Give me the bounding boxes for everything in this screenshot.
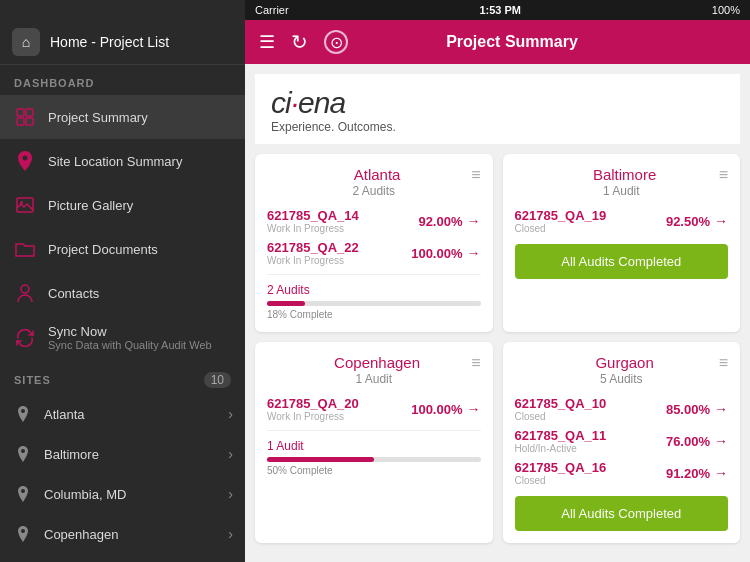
picture-gallery-label: Picture Gallery	[48, 198, 233, 213]
audit-status-qa20: Work In Progress	[267, 411, 359, 422]
site-location-label: Site Location Summary	[48, 154, 233, 169]
audit-id-qa11: 621785_QA_11	[515, 428, 607, 443]
copenhagen-progress: 1 Audit 50% Complete	[267, 430, 481, 476]
status-battery: 100%	[712, 4, 740, 16]
progress-label-copenhagen: 1 Audit	[267, 439, 481, 453]
audit-row-qa16[interactable]: 621785_QA_16 Closed 91.20% →	[515, 460, 729, 486]
home-icon-container: ⌂	[12, 28, 40, 56]
sync-icon	[12, 325, 38, 351]
brand-name-text: ci·ena	[271, 86, 345, 120]
brand-header: ci·ena Experience. Outcomes.	[255, 74, 740, 144]
audit-arrow-qa16: →	[714, 465, 728, 481]
audit-percent-qa22: 100.00%	[411, 246, 462, 261]
audit-id-qa10: 621785_QA_10	[515, 396, 607, 411]
sidebar-item-picture-gallery[interactable]: Picture Gallery	[0, 183, 245, 227]
site-copenhagen-name: Copenhagen	[44, 527, 228, 542]
site-atlanta-content: Atlanta	[44, 407, 228, 422]
site-atlanta-name: Atlanta	[44, 407, 228, 422]
progress-bar-bg-atlanta	[267, 301, 481, 306]
site-item-columbia[interactable]: Columbia, MD ›	[0, 474, 245, 514]
audit-percent-qa16: 91.20%	[666, 466, 710, 481]
card-copenhagen-menu[interactable]: ≡	[471, 354, 480, 372]
card-copenhagen-header: Copenhagen ≡	[267, 354, 481, 372]
card-atlanta-count: 2 Audits	[267, 184, 481, 198]
card-baltimore-header: Baltimore ≡	[515, 166, 729, 184]
card-baltimore: Baltimore ≡ 1 Audit 621785_QA_19 Closed …	[503, 154, 741, 332]
status-bar: Carrier 1:53 PM 100%	[245, 0, 750, 20]
audit-row-qa11[interactable]: 621785_QA_11 Hold/In-Active 76.00% →	[515, 428, 729, 454]
menu-icon[interactable]: ☰	[259, 31, 275, 53]
sidebar-item-project-summary[interactable]: Project Summary	[0, 95, 245, 139]
audit-id-qa19: 621785_QA_19	[515, 208, 607, 223]
audit-percent-qa20: 100.00%	[411, 402, 462, 417]
audit-row-qa10[interactable]: 621785_QA_10 Closed 85.00% →	[515, 396, 729, 422]
audit-arrow-qa20: →	[467, 401, 481, 417]
site-item-gurgaon[interactable]: Gurgaon ›	[0, 554, 245, 562]
header-icons: ☰ ↻ ⊙	[259, 30, 348, 54]
card-gurgaon-count: 5 Audits	[515, 372, 729, 386]
gurgaon-completed-btn[interactable]: All Audits Completed	[515, 496, 729, 531]
sites-label: SITES	[14, 374, 51, 386]
card-atlanta-menu[interactable]: ≡	[471, 166, 480, 184]
svg-point-6	[21, 285, 29, 293]
camera-icon[interactable]: ⊙	[324, 30, 348, 54]
cards-grid: Atlanta ≡ 2 Audits 621785_QA_14 Work In …	[255, 154, 740, 543]
project-documents-label: Project Documents	[48, 242, 233, 257]
svg-rect-1	[26, 109, 33, 116]
folder-icon	[12, 236, 38, 262]
site-item-baltimore[interactable]: Baltimore ›	[0, 434, 245, 474]
app-header: ☰ ↻ ⊙ Project Summary	[245, 20, 750, 64]
sidebar-home[interactable]: ⌂ Home - Project List	[0, 20, 245, 65]
site-atlanta-arrow: ›	[228, 406, 233, 422]
refresh-icon[interactable]: ↻	[291, 30, 308, 54]
audit-status-qa19: Closed	[515, 223, 607, 234]
pin-icon	[12, 148, 38, 174]
audit-id-qa14: 621785_QA_14	[267, 208, 359, 223]
brand-name-container: ci·ena	[271, 86, 396, 120]
card-baltimore-menu[interactable]: ≡	[719, 166, 728, 184]
audit-id-qa22: 621785_QA_22	[267, 240, 359, 255]
sidebar-item-sync[interactable]: Sync Now Sync Data with Quality Audit We…	[0, 315, 245, 360]
content-area: ci·ena Experience. Outcomes. Atlanta ≡ 2…	[245, 64, 750, 562]
audit-id-qa20: 621785_QA_20	[267, 396, 359, 411]
project-summary-label: Project Summary	[48, 110, 233, 125]
atlanta-progress: 2 Audits 18% Complete	[267, 274, 481, 320]
audit-status-qa16: Closed	[515, 475, 607, 486]
site-item-copenhagen[interactable]: Copenhagen ›	[0, 514, 245, 554]
audit-row-qa19[interactable]: 621785_QA_19 Closed 92.50% →	[515, 208, 729, 234]
progress-label-atlanta: 2 Audits	[267, 283, 481, 297]
sidebar-home-title: Home - Project List	[50, 34, 169, 50]
status-time: 1:53 PM	[479, 4, 521, 16]
main-content: Carrier 1:53 PM 100% ☰ ↻ ⊙ Project Summa…	[245, 0, 750, 562]
card-baltimore-count: 1 Audit	[515, 184, 729, 198]
svg-rect-3	[26, 118, 33, 125]
audit-status-qa10: Closed	[515, 411, 607, 422]
sidebar-item-site-location[interactable]: Site Location Summary	[0, 139, 245, 183]
audit-percent-qa14: 92.00%	[418, 214, 462, 229]
progress-bar-fill-atlanta	[267, 301, 305, 306]
page-title: Project Summary	[348, 33, 676, 51]
site-pin-icon-3	[12, 483, 34, 505]
card-atlanta-city: Atlanta	[283, 166, 471, 183]
card-gurgaon-menu[interactable]: ≡	[719, 354, 728, 372]
image-icon	[12, 192, 38, 218]
audit-arrow-qa14: →	[467, 213, 481, 229]
brand-logo: ci·ena Experience. Outcomes.	[271, 86, 396, 134]
card-copenhagen-count: 1 Audit	[267, 372, 481, 386]
audit-row-qa14[interactable]: 621785_QA_14 Work In Progress 92.00% →	[267, 208, 481, 234]
site-columbia-arrow: ›	[228, 486, 233, 502]
audit-id-qa16: 621785_QA_16	[515, 460, 607, 475]
audit-percent-qa11: 76.00%	[666, 434, 710, 449]
audit-row-qa22[interactable]: 621785_QA_22 Work In Progress 100.00% →	[267, 240, 481, 266]
baltimore-completed-btn[interactable]: All Audits Completed	[515, 244, 729, 279]
sidebar-item-project-documents[interactable]: Project Documents	[0, 227, 245, 271]
sidebar-item-contacts[interactable]: Contacts	[0, 271, 245, 315]
card-baltimore-city: Baltimore	[531, 166, 719, 183]
site-pin-icon-4	[12, 523, 34, 545]
audit-percent-qa19: 92.50%	[666, 214, 710, 229]
site-columbia-name: Columbia, MD	[44, 487, 228, 502]
audit-row-qa20[interactable]: 621785_QA_20 Work In Progress 100.00% →	[267, 396, 481, 422]
audit-percent-qa10: 85.00%	[666, 402, 710, 417]
site-pin-icon-2	[12, 443, 34, 465]
site-item-atlanta[interactable]: Atlanta ›	[0, 394, 245, 434]
